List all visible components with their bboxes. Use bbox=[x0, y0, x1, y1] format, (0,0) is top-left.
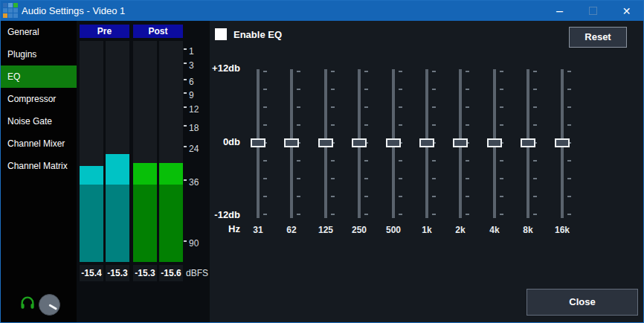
close-button[interactable]: Close bbox=[527, 289, 638, 316]
eq-freq-label: 62 bbox=[275, 225, 308, 235]
scale-tick: 12 bbox=[184, 105, 199, 114]
eq-freq-label: 1k bbox=[410, 225, 443, 235]
enable-eq-checkbox[interactable] bbox=[215, 28, 227, 40]
meter-value-post-right: -15.6 bbox=[159, 265, 183, 281]
meter-value-pre-right: -15.3 bbox=[106, 265, 129, 281]
maximize-icon bbox=[589, 7, 597, 15]
scale-tick: 9 bbox=[184, 91, 194, 100]
eq-freq-label: 31 bbox=[242, 225, 274, 235]
close-icon: ✕ bbox=[622, 5, 631, 17]
sidebar-item-eq[interactable]: EQ bbox=[1, 65, 77, 88]
app-logo-icon bbox=[3, 3, 19, 19]
meter-post-right bbox=[159, 41, 183, 262]
meter-post-left bbox=[133, 41, 157, 262]
scale-tick: 18 bbox=[184, 124, 199, 132]
meter-value-pre-left: -15.4 bbox=[80, 265, 103, 281]
eq-slider-handle[interactable] bbox=[487, 138, 502, 147]
enable-eq-label: Enable EQ bbox=[234, 28, 282, 40]
eq-band-250: 250 bbox=[343, 68, 376, 240]
minimize-icon: – bbox=[556, 4, 563, 18]
title-bar: Audio Settings - Video 1 – ✕ bbox=[1, 1, 643, 21]
sidebar-item-channel-matrix[interactable]: Channel Matrix bbox=[1, 155, 77, 177]
eq-slider-handle[interactable] bbox=[453, 138, 468, 147]
maximize-button bbox=[576, 1, 610, 21]
scale-tick: 90 bbox=[184, 239, 199, 248]
eq-slider-handle[interactable] bbox=[419, 138, 434, 147]
eq-band-62: 62 bbox=[275, 68, 308, 240]
scale-tick: 36 bbox=[184, 178, 199, 187]
dbfs-unit-label: dBFS bbox=[186, 265, 208, 281]
eq-band-500: 500 bbox=[377, 68, 410, 240]
audio-settings-window: Audio Settings - Video 1 – ✕ General Plu… bbox=[0, 0, 644, 323]
eq-freq-label: 16k bbox=[546, 225, 579, 235]
eq-band-1k: 1k bbox=[410, 68, 443, 240]
close-window-button[interactable]: ✕ bbox=[610, 1, 643, 21]
scale-tick: 6 bbox=[184, 77, 194, 86]
scale-tick: 1 bbox=[184, 47, 194, 56]
eq-slider-handle[interactable] bbox=[555, 138, 570, 147]
eq-band-4k: 4k bbox=[478, 68, 511, 240]
settings-sidebar: General Plugins EQ Compressor Noise Gate… bbox=[1, 21, 77, 323]
scale-tick: 24 bbox=[184, 144, 199, 153]
eq-freq-label: 4k bbox=[478, 225, 511, 235]
eq-band-2k: 2k bbox=[444, 68, 477, 240]
sidebar-item-general[interactable]: General bbox=[1, 21, 77, 43]
meter-bar bbox=[133, 163, 157, 262]
eq-freq-label: 8k bbox=[512, 225, 544, 235]
meter-pre-left bbox=[80, 41, 103, 262]
level-meter-panel: Pre Post -15.4 -15.3 -15.3 -15.6 1 3 6 9… bbox=[77, 21, 210, 323]
eq-freq-label: 500 bbox=[377, 225, 410, 235]
headphones-volume-knob[interactable] bbox=[39, 294, 60, 316]
minimize-button[interactable]: – bbox=[543, 1, 576, 21]
meter-bar bbox=[106, 154, 129, 262]
sidebar-item-channel-mixer[interactable]: Channel Mixer bbox=[1, 132, 77, 155]
eq-slider-handle[interactable] bbox=[284, 138, 299, 147]
meter-bar bbox=[80, 166, 103, 262]
eq-band-16k: 16k bbox=[546, 68, 579, 240]
pre-meter-header: Pre bbox=[80, 25, 129, 38]
scale-tick: 3 bbox=[184, 61, 194, 70]
eq-freq-label: 2k bbox=[444, 225, 477, 235]
eq-freq-label: 250 bbox=[343, 225, 376, 235]
sidebar-item-plugins[interactable]: Plugins bbox=[1, 43, 77, 65]
eq-slider-handle[interactable] bbox=[251, 138, 265, 147]
eq-zero-label: 0db bbox=[207, 137, 240, 147]
eq-freq-label: 125 bbox=[309, 225, 342, 235]
reset-button[interactable]: Reset bbox=[569, 27, 627, 48]
eq-band-125: 125 bbox=[309, 68, 342, 240]
post-meter-header: Post bbox=[133, 25, 183, 38]
eq-slider-handle[interactable] bbox=[318, 138, 333, 147]
sidebar-item-compressor[interactable]: Compressor bbox=[1, 88, 77, 110]
eq-max-label: +12db bbox=[207, 63, 240, 74]
knob-indicator bbox=[48, 304, 57, 310]
eq-hz-label: Hz bbox=[207, 224, 240, 234]
window-title: Audio Settings - Video 1 bbox=[22, 1, 125, 21]
eq-slider-handle[interactable] bbox=[386, 138, 401, 147]
eq-band-8k: 8k bbox=[512, 68, 544, 240]
eq-slider-handle[interactable] bbox=[352, 138, 367, 147]
headphones-icon[interactable] bbox=[19, 295, 36, 311]
eq-band-31: 31 bbox=[242, 68, 274, 240]
meter-pre-right bbox=[106, 41, 129, 262]
eq-slider-handle[interactable] bbox=[521, 138, 535, 147]
eq-min-label: -12db bbox=[207, 210, 240, 220]
meter-bar bbox=[159, 163, 183, 262]
meter-value-post-left: -15.3 bbox=[133, 265, 157, 281]
sidebar-item-noise-gate[interactable]: Noise Gate bbox=[1, 110, 77, 132]
